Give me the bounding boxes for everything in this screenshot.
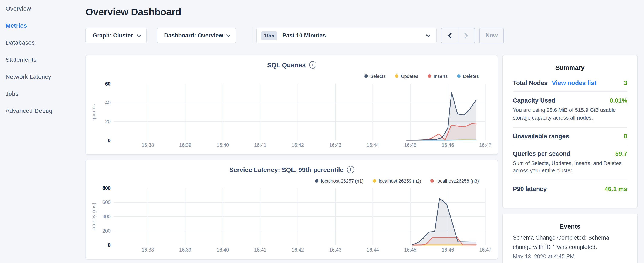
sidebar-item-network-latency[interactable]: Network Latency (0, 68, 85, 85)
sidebar-item-databases[interactable]: Databases (0, 34, 85, 51)
svg-text:20: 20 (105, 119, 110, 124)
now-button[interactable]: Now (479, 28, 504, 43)
svg-text:16:38: 16:38 (142, 247, 154, 252)
summary-value: 46.1 ms (605, 185, 627, 192)
svg-text:16:44: 16:44 (367, 142, 379, 148)
event-timestamp: May 13, 2020 at 4:45 PM (513, 253, 627, 259)
svg-text:16:46: 16:46 (442, 142, 454, 148)
chart-plot: 16:3816:3916:4016:4116:4216:4316:4416:45… (86, 160, 498, 260)
svg-text:800: 800 (102, 185, 110, 191)
summary-label: Capacity Used (513, 97, 555, 104)
svg-text:16:38: 16:38 (142, 142, 154, 148)
svg-text:16:45: 16:45 (404, 247, 416, 252)
sidebar-item-statements[interactable]: Statements (0, 51, 85, 68)
summary-panel: Summary Total NodesView nodes list3Capac… (502, 55, 638, 208)
summary-title: Summary (513, 64, 627, 71)
summary-desc: Sum of Selects, Updates, Inserts, and De… (513, 160, 627, 175)
svg-text:16:39: 16:39 (179, 142, 192, 148)
svg-text:400: 400 (102, 214, 110, 219)
chevron-right-icon (464, 33, 468, 39)
svg-text:60: 60 (105, 81, 110, 87)
service-latency-chart-card: Service Latency: SQL, 99th percentile i … (86, 160, 498, 259)
summary-label: Queries per second (513, 150, 570, 157)
summary-label: Unavailable ranges (513, 133, 569, 139)
summary-rows: Total NodesView nodes list3Capacity Used… (513, 75, 627, 197)
svg-text:16:39: 16:39 (179, 247, 192, 252)
chart-plot: 16:3816:3916:4016:4116:4216:4316:4416:45… (86, 55, 498, 155)
summary-value: 0.01% (610, 97, 627, 104)
chevron-down-icon (226, 34, 230, 37)
svg-text:16:42: 16:42 (292, 247, 304, 252)
summary-row: Capacity Used0.01%You are using 28.6 MiB… (513, 92, 627, 127)
sidebar: OverviewMetricsDatabasesStatementsNetwor… (0, 0, 85, 263)
summary-label: Total Nodes (513, 80, 548, 86)
event-item[interactable]: Schema Change Completed: Schema change w… (513, 233, 627, 259)
events-title: Events (513, 222, 627, 230)
svg-text:16:46: 16:46 (442, 247, 454, 252)
sidebar-item-advanced-debug[interactable]: Advanced Debug (0, 102, 85, 119)
svg-text:16:41: 16:41 (254, 142, 266, 148)
view-nodes-list-link[interactable]: View nodes list (552, 80, 596, 86)
summary-label: P99 latency (513, 185, 547, 192)
events-panel: Events Schema Change Completed: Schema c… (502, 214, 638, 263)
chevron-left-icon (448, 33, 452, 39)
svg-text:16:43: 16:43 (329, 142, 342, 148)
svg-text:16:44: 16:44 (367, 247, 379, 252)
svg-text:200: 200 (102, 228, 110, 234)
graph-dropdown-label: Graph: Cluster (93, 32, 133, 39)
events-list: Schema Change Completed: Schema change w… (513, 233, 627, 259)
page: OverviewMetricsDatabasesStatementsNetwor… (0, 0, 644, 263)
summary-value: 3 (624, 80, 627, 86)
summary-row: Queries per second59.7Sum of Selects, Up… (513, 144, 627, 180)
svg-text:0: 0 (108, 242, 110, 248)
svg-text:16:40: 16:40 (217, 142, 229, 148)
svg-text:16:41: 16:41 (254, 247, 266, 252)
dashboard-dropdown-label: Dashboard: Overview (164, 32, 223, 39)
svg-text:16:42: 16:42 (292, 142, 304, 148)
chevron-down-icon (426, 34, 430, 37)
controls-divider (252, 28, 252, 43)
sidebar-item-overview[interactable]: Overview (0, 0, 85, 17)
svg-text:16:47: 16:47 (479, 142, 492, 148)
time-range-picker[interactable]: 10m Past 10 Minutes (256, 28, 437, 43)
dashboard-dropdown[interactable]: Dashboard: Overview (157, 28, 236, 43)
summary-row: Unavailable ranges0 (513, 127, 627, 144)
summary-row: P99 latency46.1 ms (513, 180, 627, 197)
sidebar-item-jobs[interactable]: Jobs (0, 85, 85, 102)
svg-text:queries: queries (91, 104, 96, 120)
event-text: Schema Change Completed: Schema change w… (513, 233, 627, 251)
svg-text:16:43: 16:43 (329, 247, 342, 252)
summary-value: 59.7 (615, 150, 627, 157)
svg-text:16:47: 16:47 (479, 247, 492, 252)
time-back-button[interactable] (442, 28, 458, 43)
summary-row: Total NodesView nodes list3 (513, 75, 627, 92)
page-title: Overview Dashboard (86, 7, 181, 18)
svg-text:40: 40 (105, 100, 110, 106)
time-range-badge: 10m (261, 31, 277, 40)
svg-text:600: 600 (102, 200, 110, 205)
sql-queries-chart-card: SQL Queries i SelectsUpdatesInsertsDelet… (86, 55, 498, 155)
chevron-down-icon (137, 34, 141, 37)
time-nav (441, 28, 475, 43)
summary-value: 0 (624, 133, 627, 139)
summary-desc: You are using 28.6 MiB of 515.9 GiB usab… (513, 107, 627, 122)
sidebar-item-metrics[interactable]: Metrics (0, 17, 85, 34)
graph-dropdown[interactable]: Graph: Cluster (86, 28, 147, 43)
time-range-label: Past 10 Minutes (282, 32, 326, 39)
svg-text:latency (ms): latency (ms) (91, 203, 96, 231)
time-forward-button[interactable] (458, 28, 474, 43)
svg-text:16:45: 16:45 (404, 142, 416, 148)
svg-text:16:40: 16:40 (217, 247, 229, 252)
svg-text:0: 0 (108, 138, 110, 143)
